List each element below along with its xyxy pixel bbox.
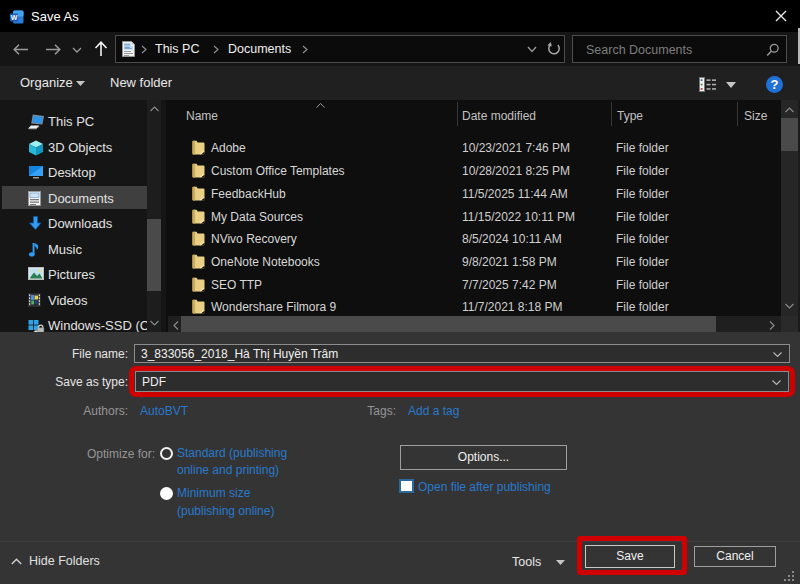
svg-text:W: W: [11, 14, 18, 21]
